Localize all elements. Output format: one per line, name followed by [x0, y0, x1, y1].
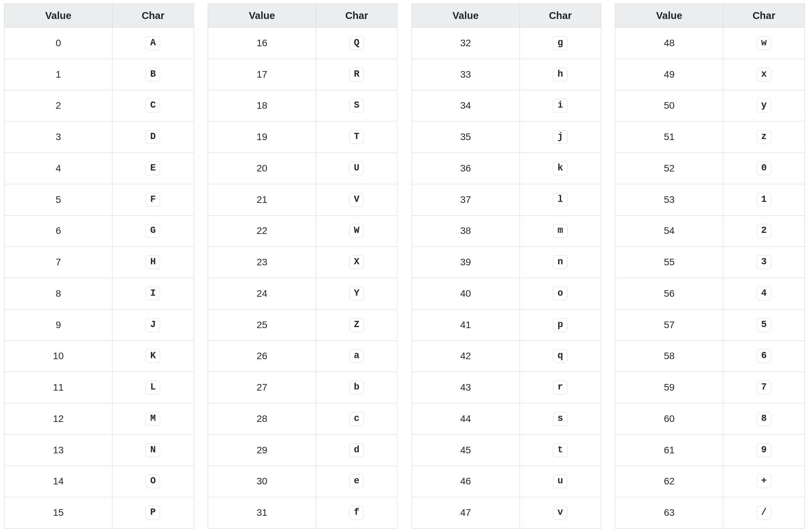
value-cell: 51	[615, 121, 723, 153]
table-row: 35j	[412, 121, 601, 153]
char-chip: O	[146, 474, 160, 488]
value-cell: 47	[412, 497, 520, 529]
char-chip: k	[553, 161, 567, 175]
char-cell: H	[112, 247, 194, 278]
value-cell: 2	[4, 90, 113, 121]
char-chip: f	[349, 506, 364, 520]
table-row: 41p	[412, 309, 601, 341]
char-cell: i	[519, 90, 601, 121]
char-chip: m	[553, 224, 567, 238]
char-chip: 9	[757, 443, 771, 457]
value-cell: 12	[4, 403, 113, 435]
value-cell: 36	[412, 153, 520, 184]
char-cell: /	[723, 497, 805, 529]
table-col-4: Value Char 48w 49x 50y 51z 520 531 542 5…	[615, 3, 805, 529]
char-cell: Q	[316, 28, 397, 59]
table-row: 34i	[412, 90, 601, 121]
value-cell: 19	[208, 121, 316, 153]
table-row: 46u	[412, 466, 601, 497]
char-chip: 2	[757, 224, 771, 238]
char-cell: L	[112, 372, 194, 403]
table-row: 12M	[4, 403, 194, 435]
base64-alphabet-tables: Value Char 0A 1B 2C 3D 4E 5F 6G 7H 8I 9J…	[0, 0, 809, 532]
table-row: 29d	[208, 434, 398, 466]
value-cell: 23	[208, 247, 316, 278]
value-cell: 20	[208, 153, 316, 184]
char-chip: +	[757, 474, 771, 488]
char-cell: l	[519, 184, 601, 215]
value-cell: 35	[412, 121, 520, 153]
char-chip: d	[349, 443, 364, 457]
char-chip: 0	[757, 161, 771, 175]
table-row: 37l	[412, 184, 601, 215]
value-cell: 59	[615, 372, 723, 403]
char-chip: R	[349, 68, 364, 81]
value-cell: 18	[208, 90, 316, 121]
value-cell: 45	[412, 434, 520, 466]
table-row: 30e	[208, 466, 398, 497]
value-cell: 48	[615, 28, 723, 59]
table-row: 19T	[208, 121, 398, 153]
table-row: 36k	[412, 153, 601, 184]
table-row: 21V	[208, 184, 398, 215]
table-row: 0A	[4, 28, 194, 59]
char-cell: O	[112, 466, 194, 497]
char-cell: n	[519, 247, 601, 278]
table-row: 40o	[412, 278, 601, 309]
char-chip: l	[553, 193, 567, 207]
char-chip: j	[553, 130, 567, 144]
table-row: 32g	[412, 28, 601, 59]
char-chip: S	[349, 99, 364, 112]
value-cell: 50	[615, 90, 723, 121]
table-row: 51z	[615, 121, 805, 153]
header-value: Value	[4, 4, 113, 28]
char-cell: x	[723, 59, 805, 90]
value-cell: 42	[412, 341, 520, 372]
table-row: 49x	[615, 59, 805, 90]
char-cell: V	[316, 184, 397, 215]
char-cell: m	[519, 215, 601, 247]
value-cell: 9	[4, 309, 113, 341]
table-row: 22W	[208, 215, 398, 247]
value-cell: 22	[208, 215, 316, 247]
table-row: 6G	[4, 215, 194, 247]
char-cell: j	[519, 121, 601, 153]
char-chip: c	[349, 412, 364, 426]
char-chip: B	[146, 68, 160, 81]
table-row: 5F	[4, 184, 194, 215]
value-cell: 63	[615, 497, 723, 529]
char-cell: y	[723, 90, 805, 121]
value-cell: 56	[615, 278, 723, 309]
table-row: 45t	[412, 434, 601, 466]
char-chip: I	[146, 287, 160, 301]
char-chip: b	[349, 381, 364, 394]
char-cell: N	[112, 434, 194, 466]
table-col-3: Value Char 32g 33h 34i 35j 36k 37l 38m 3…	[411, 3, 601, 529]
char-chip: 8	[757, 412, 771, 426]
char-chip: r	[553, 381, 567, 394]
table-row: 24Y	[208, 278, 398, 309]
char-chip: W	[349, 224, 364, 238]
char-cell: v	[519, 497, 601, 529]
value-cell: 4	[4, 153, 113, 184]
char-cell: g	[519, 28, 601, 59]
char-cell: K	[112, 341, 194, 372]
table-row: 564	[615, 278, 805, 309]
header-value: Value	[615, 4, 723, 28]
char-cell: X	[316, 247, 397, 278]
value-cell: 29	[208, 434, 316, 466]
char-cell: f	[316, 497, 397, 529]
char-chip: g	[553, 36, 567, 50]
char-chip: 7	[757, 381, 771, 394]
char-cell: 2	[723, 215, 805, 247]
value-cell: 25	[208, 309, 316, 341]
value-cell: 8	[4, 278, 113, 309]
char-cell: o	[519, 278, 601, 309]
value-cell: 10	[4, 341, 113, 372]
value-cell: 15	[4, 497, 113, 529]
value-cell: 43	[412, 372, 520, 403]
char-chip: h	[553, 68, 567, 81]
table-row: 63/	[615, 497, 805, 529]
value-cell: 60	[615, 403, 723, 435]
table-row: 50y	[615, 90, 805, 121]
